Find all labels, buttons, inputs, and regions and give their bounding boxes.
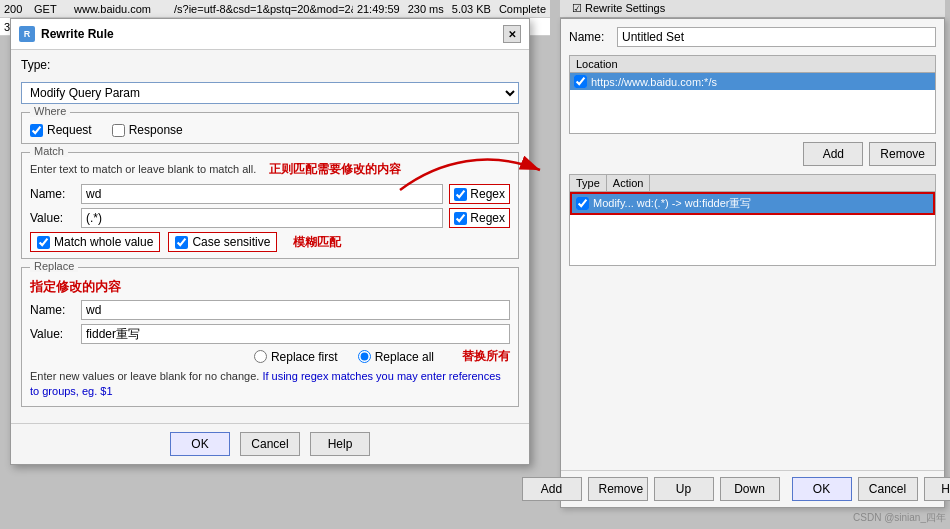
match-name-input[interactable] bbox=[81, 184, 443, 204]
rule-checkbox[interactable] bbox=[576, 197, 589, 210]
col-status: Complete bbox=[495, 3, 550, 15]
case-sensitive-checkbox[interactable] bbox=[175, 236, 188, 249]
fuzzy-annotation: 模糊匹配 bbox=[293, 234, 341, 251]
match-value-input[interactable] bbox=[81, 208, 443, 228]
note-highlight: If using regex matches you may enter ref… bbox=[30, 370, 501, 397]
settings-footer: Add Remove Up Down OK Cancel Help bbox=[561, 470, 944, 507]
location-url: https://www.baidu.com:*/s bbox=[591, 76, 717, 88]
help-button[interactable]: Help bbox=[310, 432, 370, 456]
col-url: /s?ie=utf-8&csd=1&pstq=20&mod=2&isbd=1..… bbox=[170, 3, 353, 15]
col-method: GET bbox=[30, 3, 70, 15]
where-legend: Where bbox=[30, 105, 70, 117]
replace-all-annotation: 替换所有 bbox=[462, 348, 510, 365]
match-name-regex: Regex bbox=[449, 184, 510, 204]
location-checkbox[interactable] bbox=[574, 75, 587, 88]
match-annotation: 正则匹配需要修改的内容 bbox=[269, 162, 401, 176]
match-section: Match Enter text to match or leave blank… bbox=[21, 152, 519, 259]
cancel-button[interactable]: Cancel bbox=[240, 432, 300, 456]
col-time: 21:49:59 bbox=[353, 3, 404, 15]
rules-section: Type Action Modify... wd:(.*) -> wd:fidd… bbox=[569, 174, 936, 266]
rule-text: Modify... wd:(.*) -> wd:fidder重写 bbox=[593, 196, 751, 211]
match-whole-box: Match whole value bbox=[30, 232, 160, 252]
request-checkbox-item: Request bbox=[30, 123, 92, 137]
rules-add-button[interactable]: Add bbox=[522, 477, 582, 501]
response-label: Response bbox=[129, 123, 183, 137]
case-sensitive-label: Case sensitive bbox=[192, 235, 270, 249]
rules-header: Type Action bbox=[570, 175, 935, 192]
location-remove-button[interactable]: Remove bbox=[869, 142, 936, 166]
match-options-row: Match whole value Case sensitive 模糊匹配 bbox=[30, 232, 510, 252]
type-select[interactable]: Modify Query Param bbox=[21, 82, 519, 104]
replace-name-input[interactable] bbox=[81, 300, 510, 320]
col-host: www.baidu.com bbox=[70, 3, 170, 15]
name-regex-checkbox[interactable] bbox=[454, 188, 467, 201]
rules-down-button[interactable]: Down bbox=[720, 477, 780, 501]
replace-value-label: Value: bbox=[30, 327, 75, 341]
match-description: Enter text to match or leave blank to ma… bbox=[30, 161, 510, 178]
col-id: 200 bbox=[0, 3, 30, 15]
dialog-icon: R bbox=[19, 26, 35, 42]
location-buttons: Add Remove bbox=[569, 142, 936, 166]
match-whole-label: Match whole value bbox=[54, 235, 153, 249]
where-section: Where Request Response bbox=[21, 112, 519, 144]
request-checkbox[interactable] bbox=[30, 124, 43, 137]
tab-rewrite[interactable]: ☑ Rewrite Settings bbox=[560, 0, 677, 17]
ok-button[interactable]: OK bbox=[170, 432, 230, 456]
match-name-label: Name: bbox=[30, 187, 75, 201]
location-add-button[interactable]: Add bbox=[803, 142, 863, 166]
settings-help-button[interactable]: Help bbox=[924, 477, 951, 501]
match-value-regex: Regex bbox=[449, 208, 510, 228]
location-list: https://www.baidu.com:*/s bbox=[570, 73, 935, 133]
value-regex-label: Regex bbox=[470, 211, 505, 225]
location-section: Location https://www.baidu.com:*/s bbox=[569, 55, 936, 134]
request-label: Request bbox=[47, 123, 92, 137]
replace-first-label: Replace first bbox=[271, 350, 338, 364]
match-value-label: Value: bbox=[30, 211, 75, 225]
match-legend: Match bbox=[30, 145, 68, 157]
settings-name-label: Name: bbox=[569, 30, 609, 44]
action-col-header: Action bbox=[607, 175, 651, 191]
dialog-titlebar: R Rewrite Rule ✕ bbox=[11, 19, 529, 50]
replace-name-row: Name: bbox=[30, 300, 510, 320]
replace-first-radio[interactable] bbox=[254, 350, 267, 363]
replace-legend: Replace bbox=[30, 260, 78, 272]
replace-value-input[interactable] bbox=[81, 324, 510, 344]
location-item[interactable]: https://www.baidu.com:*/s bbox=[570, 73, 935, 90]
rules-remove-button[interactable]: Remove bbox=[588, 477, 648, 501]
replace-all-item: Replace all bbox=[358, 350, 434, 364]
rewrite-settings-panel: Name: Location https://www.baidu.com:*/s… bbox=[560, 18, 945, 508]
settings-ok-button[interactable]: OK bbox=[792, 477, 852, 501]
case-sensitive-box: Case sensitive bbox=[168, 232, 277, 252]
rules-up-button[interactable]: Up bbox=[654, 477, 714, 501]
settings-cancel-button[interactable]: Cancel bbox=[858, 477, 918, 501]
radio-row: Replace first Replace all 替换所有 bbox=[30, 348, 510, 365]
col-duration: 230 ms bbox=[404, 3, 448, 15]
settings-name-row: Name: bbox=[569, 27, 936, 47]
note-text: Enter new values or leave blank for no c… bbox=[30, 369, 510, 400]
match-whole-checkbox[interactable] bbox=[37, 236, 50, 249]
replace-name-label: Name: bbox=[30, 303, 75, 317]
rules-list: Modify... wd:(.*) -> wd:fidder重写 bbox=[570, 192, 935, 265]
location-empty bbox=[570, 90, 935, 130]
col-size: 5.03 KB bbox=[448, 3, 495, 15]
rewrite-rule-dialog: R Rewrite Rule ✕ Type: Modify Query Para… bbox=[10, 18, 530, 465]
dialog-title: Rewrite Rule bbox=[41, 27, 114, 41]
match-name-row: Name: Regex bbox=[30, 184, 510, 204]
type-col-header: Type bbox=[570, 175, 607, 191]
rules-empty bbox=[570, 215, 935, 265]
replace-all-radio[interactable] bbox=[358, 350, 371, 363]
replace-value-row: Value: bbox=[30, 324, 510, 344]
rules-item[interactable]: Modify... wd:(.*) -> wd:fidder重写 bbox=[570, 192, 935, 215]
type-row: Type: bbox=[21, 58, 519, 76]
replace-first-item: Replace first bbox=[254, 350, 338, 364]
replace-all-label: Replace all bbox=[375, 350, 434, 364]
type-label: Type: bbox=[21, 58, 50, 72]
match-value-row: Value: Regex bbox=[30, 208, 510, 228]
close-button[interactable]: ✕ bbox=[503, 25, 521, 43]
value-regex-checkbox[interactable] bbox=[454, 212, 467, 225]
settings-name-input[interactable] bbox=[617, 27, 936, 47]
dialog-footer: OK Cancel Help bbox=[11, 423, 529, 464]
watermark: CSDN @sinian_四年 bbox=[853, 511, 946, 525]
response-checkbox[interactable] bbox=[112, 124, 125, 137]
replace-annotation: 指定修改的内容 bbox=[30, 278, 121, 296]
